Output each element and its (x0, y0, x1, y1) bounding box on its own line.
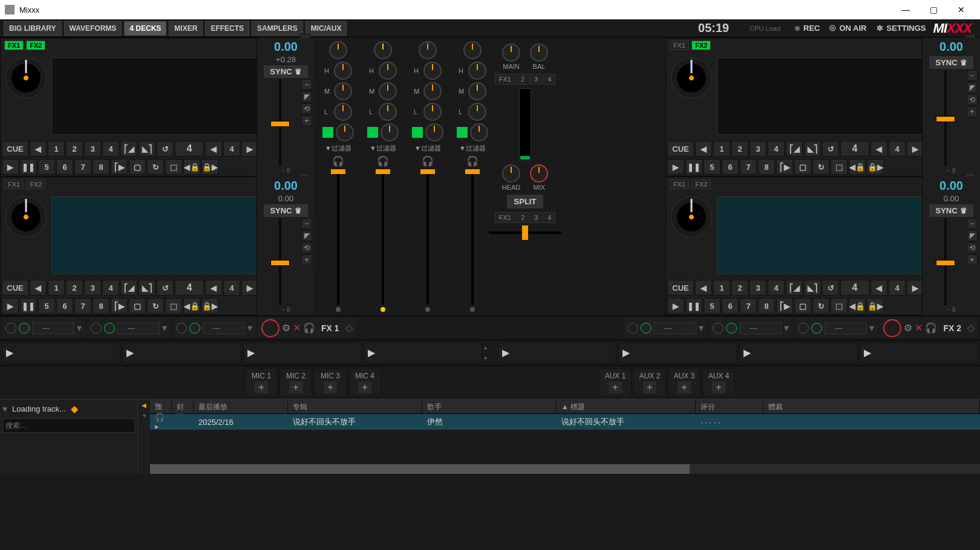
table-row[interactable]: 🎧▸ 2025/2/16 说好不回头不放手 伊然 说好不回头不放手 · · · … (150, 414, 980, 430)
deck4-vinyl[interactable] (671, 196, 712, 238)
col-preview[interactable]: 预览 (150, 400, 172, 413)
deck1-loop[interactable]: ↺ (157, 141, 174, 157)
headphone-icon[interactable]: 🎧 (925, 322, 937, 334)
deck1-play[interactable]: ▶ (2, 159, 19, 175)
deck4-cue[interactable]: CUE (667, 280, 694, 296)
deck1-hot6[interactable]: 6 (56, 159, 73, 175)
aux3-add[interactable]: + (678, 381, 691, 393)
gear-icon[interactable]: ⚙ (904, 322, 912, 334)
gear-icon[interactable]: ⚙ (282, 322, 290, 334)
deck1-hot2[interactable]: 2 (66, 141, 83, 157)
main-knob[interactable] (502, 44, 520, 62)
deck3-rate[interactable] (260, 218, 300, 305)
fx1-meta[interactable] (261, 319, 279, 337)
sampler-8[interactable]: ▶ (860, 342, 978, 363)
deck1-in[interactable]: ⎡◢ (120, 141, 137, 157)
maximize-button[interactable]: ▢ (920, 0, 947, 19)
mic2-add[interactable]: + (289, 381, 302, 393)
sort-indicator-icon[interactable]: ◀ (142, 402, 146, 409)
crossfader[interactable] (489, 227, 561, 239)
big-library-button[interactable]: BIG LIBRARY (4, 21, 62, 36)
deck3-vinyl[interactable] (5, 196, 47, 238)
micaux-button[interactable]: MIC/AUX (305, 21, 347, 36)
deck1-hot3[interactable]: 3 (84, 141, 101, 157)
ch1-eq-m[interactable] (334, 82, 352, 100)
head-knob[interactable] (502, 164, 520, 183)
split-button[interactable]: SPLIT (507, 195, 544, 209)
deck2-play[interactable]: ▶ (667, 159, 684, 175)
minimize-button[interactable]: — (892, 0, 920, 19)
deck1-hot5[interactable]: 5 (38, 159, 55, 175)
fx-power[interactable] (5, 323, 16, 334)
col-artist[interactable]: 歌手 (422, 400, 557, 413)
ch1-fader[interactable] (329, 169, 347, 305)
onair-button[interactable]: ⦾ON AIR (829, 24, 866, 33)
deck4-sync[interactable]: SYNC♛ (929, 204, 973, 217)
mixer-button[interactable]: MIXER (169, 21, 203, 36)
sampler-scroll-up[interactable]: ▴ (484, 344, 496, 351)
deck3-cue[interactable]: CUE (2, 280, 28, 296)
deck2-vinyl[interactable] (671, 57, 712, 99)
col-last-played[interactable]: 最后播放 (194, 400, 288, 413)
deck2-rate[interactable] (925, 70, 965, 166)
deck3-play[interactable]: ▶ (2, 298, 19, 314)
sampler-6[interactable]: ▶ (618, 342, 737, 363)
deck4-waveform[interactable] (717, 196, 926, 274)
deck1-fx1[interactable]: FX1 (4, 40, 24, 50)
headphone-icon[interactable]: 🎧 (422, 155, 434, 167)
fx-select[interactable]: --- (32, 322, 74, 334)
headphone-icon[interactable]: 🎧 (332, 155, 344, 167)
ch1-filter[interactable] (336, 123, 354, 141)
library-h-scrollbar[interactable] (150, 464, 980, 474)
cross-icon[interactable]: ✕ (915, 322, 923, 334)
deck2-cue[interactable]: CUE (667, 141, 694, 157)
mic1-add[interactable]: + (255, 381, 268, 393)
mic3-add[interactable]: + (324, 381, 337, 393)
fx2-meta[interactable] (883, 319, 901, 337)
ch1-eq-h[interactable] (334, 62, 352, 80)
ch2-gain[interactable] (374, 41, 392, 59)
samplers-button[interactable]: SAMPLERS (252, 21, 303, 36)
deck2-fx1[interactable]: FX1 (670, 40, 689, 50)
ch1-eq-l[interactable] (334, 103, 352, 121)
deck3-fx1[interactable]: FX1 (4, 180, 24, 189)
col-title[interactable]: ▲ 標題 (557, 400, 696, 413)
sampler-5[interactable]: ▶ (498, 342, 616, 363)
ch1-cf[interactable] (336, 307, 341, 312)
deck1-waveform[interactable] (51, 57, 261, 135)
sampler-7[interactable]: ▶ (739, 342, 858, 363)
deck4-pause[interactable]: ❚❚ (685, 298, 702, 314)
dropdown-icon[interactable]: ▾ (2, 403, 7, 415)
deck1-prev[interactable]: ◀ (30, 141, 47, 157)
col-rating[interactable]: 评分 (696, 400, 763, 413)
deck1-hot1[interactable]: 1 (48, 141, 65, 157)
preview-icon[interactable]: 🎧▸ (155, 413, 165, 431)
four-decks-button[interactable]: 4 DECKS (124, 21, 166, 36)
rec-button[interactable]: REC (795, 24, 820, 33)
deck2-pause[interactable]: ❚❚ (685, 159, 702, 175)
headphone-icon[interactable]: 🎧 (303, 322, 315, 334)
deck3-pause[interactable]: ❚❚ (20, 298, 37, 314)
deck1-cue[interactable]: CUE (2, 141, 28, 157)
deck1-center[interactable]: ⟲ (301, 103, 312, 114)
close-button[interactable]: ✕ (947, 0, 975, 19)
col-cover[interactable]: 封面 (172, 400, 194, 413)
sampler-3[interactable]: ▶ (243, 342, 362, 363)
deck4-rate[interactable] (925, 218, 965, 305)
aux1-add[interactable]: + (609, 381, 622, 393)
col-album[interactable]: 专辑 (288, 400, 422, 413)
cross-icon[interactable]: ✕ (293, 322, 301, 334)
waveforms-button[interactable]: WAVEFORMS (64, 21, 122, 36)
deck1-hot4[interactable]: 4 (102, 141, 119, 157)
ch1-pfl[interactable] (322, 127, 333, 138)
sort-arrow-icon[interactable]: ▾ (143, 412, 146, 419)
headphone-icon[interactable]: 🎧 (377, 155, 389, 167)
deck1-rate-minus[interactable]: − (301, 79, 312, 90)
deck1-rate-plus[interactable]: + (301, 115, 312, 126)
aux2-add[interactable]: + (643, 381, 656, 393)
search-input[interactable] (2, 418, 135, 433)
sampler-2[interactable]: ▶ (122, 342, 241, 363)
deck3-waveform[interactable] (51, 196, 261, 274)
deck3-fx2[interactable]: FX2 (26, 180, 45, 189)
deck1-vinyl[interactable] (5, 57, 47, 99)
